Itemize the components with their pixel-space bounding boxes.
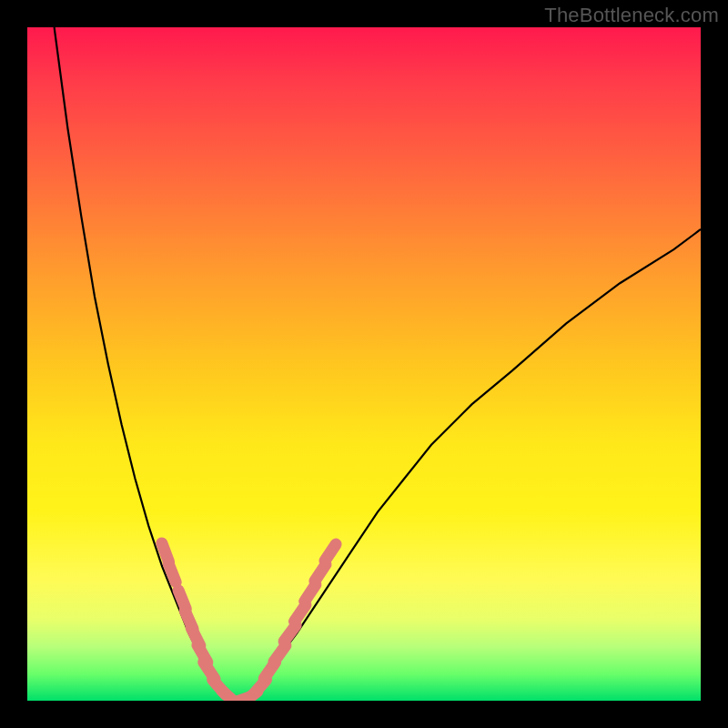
gradient-background xyxy=(27,27,701,701)
plot-area xyxy=(27,27,701,701)
watermark-text: TheBottleneck.com xyxy=(544,4,719,27)
chart-frame: TheBottleneck.com xyxy=(0,0,728,728)
